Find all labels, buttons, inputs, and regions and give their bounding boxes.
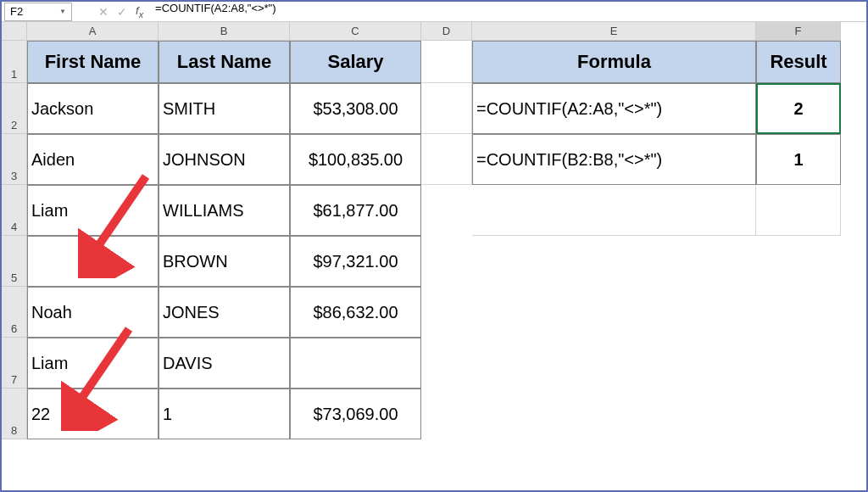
cell-d1[interactable] — [421, 41, 472, 83]
row-header-2[interactable]: 2 — [2, 83, 27, 134]
row-header-5[interactable]: 5 — [2, 236, 27, 287]
cell-b5[interactable]: BROWN — [159, 236, 290, 287]
cell-e4[interactable] — [472, 185, 756, 236]
cells-area: First Name Last Name Salary Formula Resu… — [27, 41, 866, 490]
cell-c8[interactable]: $73,069.00 — [290, 389, 421, 439]
name-box-value: F2 — [10, 5, 23, 18]
cell-b6[interactable]: JONES — [159, 287, 290, 338]
cell-a2[interactable]: Jackson — [27, 83, 159, 134]
cell-b2[interactable]: SMITH — [159, 83, 290, 134]
cell-b1[interactable]: Last Name — [159, 41, 290, 83]
cell-f2[interactable]: 2 — [756, 83, 841, 134]
cell-a8[interactable]: 22 — [27, 389, 159, 439]
cell-e3[interactable]: =COUNTIF(B2:B8,"<>*") — [472, 134, 756, 185]
row-headers: 1 2 3 4 5 6 7 8 — [2, 41, 27, 439]
row-header-6[interactable]: 6 — [2, 287, 27, 338]
cell-f3[interactable]: 1 — [756, 134, 841, 185]
row-header-1[interactable]: 1 — [2, 41, 27, 83]
formula-bar-icons: ✕ ✓ fx — [75, 4, 148, 20]
column-headers: A B C D E F — [27, 22, 866, 41]
cell-b4[interactable]: WILLIAMS — [159, 185, 290, 236]
cell-a1[interactable]: First Name — [27, 41, 159, 83]
cell-a6[interactable]: Noah — [27, 287, 159, 338]
cell-d2[interactable] — [421, 83, 472, 134]
col-header-b[interactable]: B — [159, 22, 290, 41]
cell-a3[interactable]: Aiden — [27, 134, 159, 185]
row-header-3[interactable]: 3 — [2, 134, 27, 185]
cell-a4[interactable]: Liam — [27, 185, 159, 236]
cell-b3[interactable]: JOHNSON — [159, 134, 290, 185]
cell-d3[interactable] — [421, 134, 472, 185]
col-header-e[interactable]: E — [472, 22, 756, 41]
enter-icon[interactable]: ✓ — [117, 5, 127, 19]
cell-c7[interactable] — [290, 338, 421, 389]
cell-b8[interactable]: 1 — [159, 389, 290, 439]
row-header-4[interactable]: 4 — [2, 185, 27, 236]
cell-c6[interactable]: $86,632.00 — [290, 287, 421, 338]
formula-bar: F2 ▼ ✕ ✓ fx =COUNTIF(A2:A8,"<>*") — [2, 2, 866, 22]
cancel-icon[interactable]: ✕ — [98, 5, 108, 19]
row-header-7[interactable]: 7 — [2, 338, 27, 389]
cell-c1[interactable]: Salary — [290, 41, 421, 83]
cell-c5[interactable]: $97,321.00 — [290, 236, 421, 287]
grid-area: 1 2 3 4 5 6 7 8 A B C D E F First Name L… — [2, 22, 866, 490]
col-header-a[interactable]: A — [27, 22, 159, 41]
cell-f4[interactable] — [756, 185, 841, 236]
cell-f1[interactable]: Result — [756, 41, 841, 83]
cell-a5[interactable] — [27, 236, 159, 287]
dropdown-icon[interactable]: ▼ — [59, 8, 66, 15]
col-header-d[interactable]: D — [421, 22, 472, 41]
cell-c3[interactable]: $100,835.00 — [290, 134, 421, 185]
cell-c4[interactable]: $61,877.00 — [290, 185, 421, 236]
formula-input[interactable]: =COUNTIF(A2:A8,"<>*") — [148, 2, 866, 21]
cell-c2[interactable]: $53,308.00 — [290, 83, 421, 134]
cell-e2[interactable]: =COUNTIF(A2:A8,"<>*") — [472, 83, 756, 134]
cell-e1[interactable]: Formula — [472, 41, 756, 83]
row-header-8[interactable]: 8 — [2, 389, 27, 439]
cell-b7[interactable]: DAVIS — [159, 338, 290, 389]
cell-a7[interactable]: Liam — [27, 338, 159, 389]
col-header-f[interactable]: F — [756, 22, 841, 41]
name-box[interactable]: F2 ▼ — [4, 3, 72, 21]
select-all-corner[interactable] — [2, 22, 27, 41]
fx-icon[interactable]: fx — [136, 4, 143, 20]
col-header-c[interactable]: C — [290, 22, 421, 41]
